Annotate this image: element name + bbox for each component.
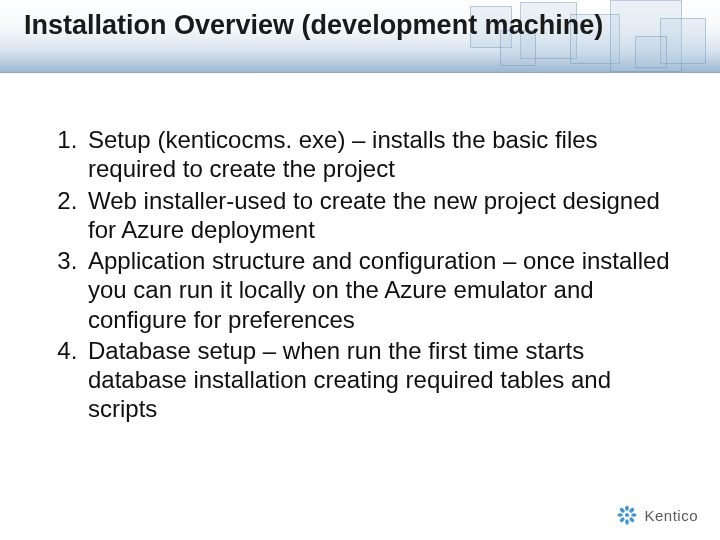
svg-point-3 [618,513,624,517]
svg-point-0 [625,513,629,517]
svg-point-1 [626,505,630,511]
slide-title: Installation Overview (development machi… [24,10,603,41]
svg-point-5 [619,507,625,513]
svg-point-2 [626,519,630,525]
svg-point-8 [619,517,625,523]
list-item: Setup (kenticocms. exe) – installs the b… [84,125,676,184]
svg-point-6 [629,517,635,523]
brand-name: Kentico [644,507,698,524]
slide-body: Setup (kenticocms. exe) – installs the b… [0,73,720,424]
list-item: Web installer-used to create the new pro… [84,186,676,245]
kentico-icon [616,504,638,526]
brand-logo: Kentico [616,504,698,526]
list-item: Application structure and configuration … [84,246,676,334]
slide-header: Installation Overview (development machi… [0,0,720,73]
svg-point-4 [632,513,638,517]
list-item: Database setup – when run the first time… [84,336,676,424]
steps-list: Setup (kenticocms. exe) – installs the b… [44,125,676,424]
svg-point-7 [629,507,635,513]
